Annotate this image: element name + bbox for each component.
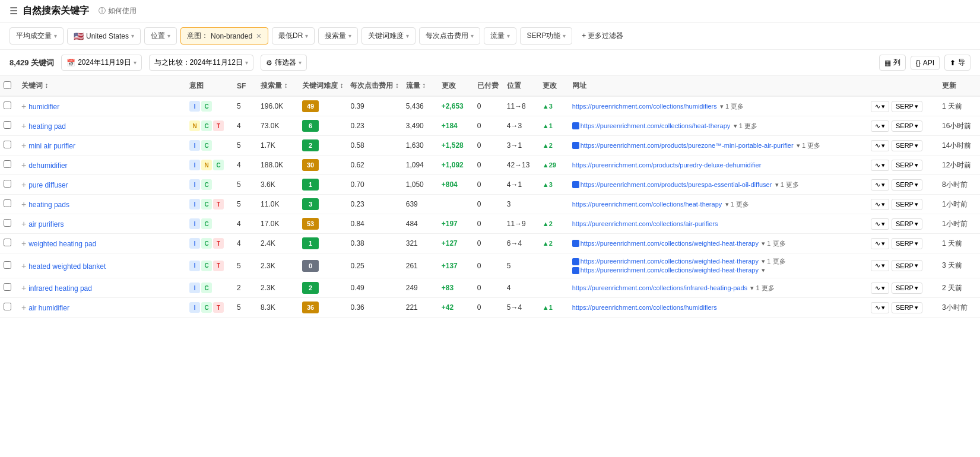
url-more[interactable]: ▾ 1 更多: [720, 103, 744, 110]
intent-filter[interactable]: 意图： Non-branded ✕: [180, 27, 268, 45]
url-link[interactable]: https://pureenrichment.com/collections/i…: [572, 284, 747, 291]
serp-filter[interactable]: SERP功能 ▾: [520, 27, 572, 45]
menu-icon[interactable]: ☰: [9, 5, 18, 17]
url-more[interactable]: ▾ 1 更多: [797, 142, 820, 149]
api-button[interactable]: {} API: [911, 56, 940, 70]
volume-filter[interactable]: 搜索量 ▾: [318, 27, 358, 45]
header-intent[interactable]: 意图: [186, 76, 233, 96]
keyword-link[interactable]: air purifiers: [28, 220, 64, 228]
add-keyword-icon[interactable]: +: [21, 303, 26, 312]
traffic-filter[interactable]: 流量 ▾: [484, 27, 516, 45]
compare-picker[interactable]: 与之比较：2024年11月12日 ▾: [149, 55, 253, 71]
url-more[interactable]: ▾ 1 更多: [775, 181, 799, 188]
url-link[interactable]: https://pureenrichment.com/products/pure…: [581, 142, 794, 149]
row-checkbox[interactable]: [4, 101, 11, 109]
columns-view-button[interactable]: ▦ 列: [879, 55, 906, 71]
url-link[interactable]: https://pureenrichment.com/collections/w…: [581, 258, 759, 265]
export-button[interactable]: ⬆ 导: [944, 55, 971, 71]
url-more[interactable]: ▾ 1 更多: [762, 240, 785, 247]
row-checkbox[interactable]: [4, 180, 11, 188]
url-more[interactable]: ▾ 1 更多: [762, 258, 785, 265]
header-sf[interactable]: SF: [233, 76, 257, 96]
serp-button[interactable]: SERP ▾: [892, 283, 922, 294]
header-paid[interactable]: 已付费: [474, 76, 503, 96]
add-keyword-icon[interactable]: +: [21, 199, 26, 209]
help-link[interactable]: ⓘ 如何使用: [96, 6, 137, 16]
add-keyword-icon[interactable]: +: [21, 219, 26, 228]
url-link[interactable]: https://pureenrichment.com/collections/h…: [572, 103, 717, 110]
header-change[interactable]: 更改: [438, 76, 474, 96]
serp-button[interactable]: SERP ▾: [892, 218, 922, 230]
serp-button[interactable]: SERP ▾: [892, 199, 922, 210]
min-dr-filter[interactable]: 最低DR ▾: [272, 27, 315, 45]
serp-button[interactable]: SERP ▾: [892, 179, 922, 191]
trend-button[interactable]: ∿ ▾: [871, 101, 889, 112]
serp-button[interactable]: SERP ▾: [892, 160, 922, 171]
header-url[interactable]: 网址: [569, 76, 867, 96]
avg-cost-filter[interactable]: 平均成交量 ▾: [9, 27, 64, 45]
row-checkbox[interactable]: [4, 261, 11, 269]
header-position[interactable]: 位置: [503, 76, 539, 96]
close-icon[interactable]: ✕: [256, 32, 262, 40]
add-keyword-icon[interactable]: +: [21, 160, 26, 170]
select-all-checkbox[interactable]: [4, 81, 11, 89]
date-picker[interactable]: 📅 2024年11月19日 ▾: [61, 55, 141, 71]
header-update[interactable]: 更新: [938, 76, 980, 96]
keyword-link[interactable]: heating pad: [28, 122, 66, 131]
add-keyword-icon[interactable]: +: [21, 283, 26, 293]
serp-button[interactable]: SERP ▾: [892, 238, 922, 249]
trend-button[interactable]: ∿ ▾: [871, 260, 889, 271]
trend-button[interactable]: ∿ ▾: [871, 120, 889, 132]
url-more[interactable]: ▾ 1 更多: [725, 201, 749, 208]
header-kd[interactable]: 关键词难度 ↕: [299, 76, 347, 96]
add-keyword-icon[interactable]: +: [21, 239, 26, 248]
serp-button[interactable]: SERP ▾: [892, 260, 922, 271]
add-keyword-icon[interactable]: +: [21, 121, 26, 131]
add-keyword-icon[interactable]: +: [21, 141, 26, 150]
filter-selector[interactable]: ⚙ 筛选器 ▾: [261, 55, 307, 71]
trend-button[interactable]: ∿ ▾: [871, 179, 889, 191]
url-more-2[interactable]: ▾: [762, 266, 765, 274]
serp-button[interactable]: SERP ▾: [892, 120, 922, 132]
row-checkbox[interactable]: [4, 219, 11, 227]
row-checkbox[interactable]: [4, 141, 11, 148]
url-link[interactable]: https://pureenrichment.com/collections/h…: [581, 122, 731, 129]
serp-button[interactable]: SERP ▾: [892, 140, 922, 151]
keyword-link[interactable]: dehumidifier: [28, 161, 67, 170]
keyword-link[interactable]: heating pads: [28, 201, 69, 209]
serp-button[interactable]: SERP ▾: [892, 302, 922, 313]
trend-button[interactable]: ∿ ▾: [871, 199, 889, 210]
keyword-link[interactable]: pure diffuser: [28, 181, 68, 189]
trend-button[interactable]: ∿ ▾: [871, 160, 889, 171]
add-keyword-icon[interactable]: +: [21, 261, 26, 271]
add-keyword-icon[interactable]: +: [21, 101, 26, 111]
row-checkbox[interactable]: [4, 199, 11, 207]
keyword-link[interactable]: infrared heating pad: [28, 284, 92, 293]
header-volume[interactable]: 搜索量 ↕: [257, 76, 299, 96]
header-traffic[interactable]: 流量 ↕: [402, 76, 438, 96]
trend-button[interactable]: ∿ ▾: [871, 283, 889, 294]
keyword-link[interactable]: air humidifier: [28, 304, 69, 312]
url-link[interactable]: https://pureenrichment.com/collections/w…: [581, 240, 759, 247]
more-filters-button[interactable]: + 更多过滤器: [576, 28, 629, 44]
trend-button[interactable]: ∿ ▾: [871, 218, 889, 230]
url-link[interactable]: https://pureenrichment.com/collections/h…: [572, 201, 722, 208]
row-checkbox[interactable]: [4, 303, 11, 310]
position-filter[interactable]: 位置 ▾: [144, 27, 177, 45]
url-link[interactable]: https://pureenrichment.com/collections/h…: [572, 304, 717, 311]
kd-filter[interactable]: 关键词难度 ▾: [361, 27, 416, 45]
row-checkbox[interactable]: [4, 121, 11, 129]
row-checkbox[interactable]: [4, 239, 11, 246]
trend-button[interactable]: ∿ ▾: [871, 302, 889, 313]
url-link[interactable]: https://pureenrichment.com/collections/a…: [572, 220, 718, 227]
url-more[interactable]: ▾ 1 更多: [734, 122, 757, 129]
keyword-link[interactable]: mini air purifier: [28, 142, 75, 150]
header-cpc[interactable]: 每次点击费用 ↕: [347, 76, 402, 96]
url-link-2[interactable]: https://pureenrichment.com/collections/w…: [581, 266, 759, 274]
serp-button[interactable]: SERP ▾: [892, 101, 922, 112]
row-checkbox[interactable]: [4, 160, 11, 168]
trend-button[interactable]: ∿ ▾: [871, 238, 889, 249]
trend-button[interactable]: ∿ ▾: [871, 140, 889, 151]
keyword-link[interactable]: humidifier: [28, 103, 59, 111]
country-filter[interactable]: 🇺🇸 United States ▾: [67, 28, 141, 45]
